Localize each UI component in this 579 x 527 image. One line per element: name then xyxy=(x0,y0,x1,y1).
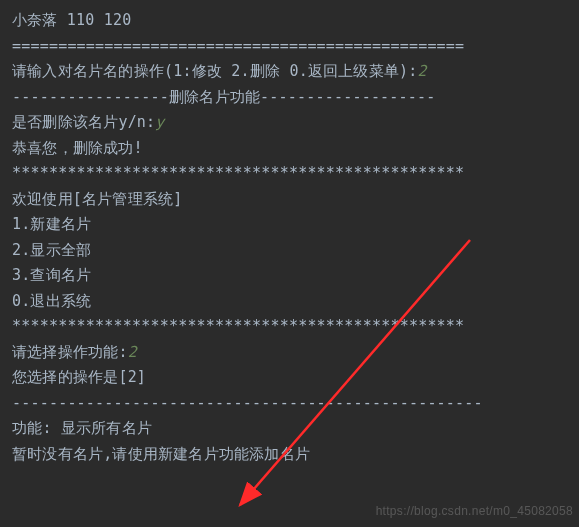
card-num2: 120 xyxy=(104,11,132,29)
menu-item-1: 1.新建名片 xyxy=(12,212,567,238)
delete-success: 恭喜您，删除成功! xyxy=(12,136,567,162)
operation-input[interactable]: 2 xyxy=(418,62,427,80)
menu-item-0: 0.退出系统 xyxy=(12,289,567,315)
confirm-delete-line: 是否删除该名片y/n:y xyxy=(12,110,567,136)
operation-prompt: 请输入对名片名的操作(1:修改 2.删除 0.返回上级菜单): xyxy=(12,62,418,80)
separator-star-2: ****************************************… xyxy=(12,314,567,340)
delete-header: -----------------删除名片功能-----------------… xyxy=(12,85,567,111)
confirm-delete-prompt: 是否删除该名片y/n: xyxy=(12,113,155,131)
separator-star-1: ****************************************… xyxy=(12,161,567,187)
card-info-line: 小奈落 110 120 xyxy=(12,8,567,34)
welcome-text: 欢迎使用[名片管理系统] xyxy=(12,187,567,213)
choose-prompt-line: 请选择操作功能:2 xyxy=(12,340,567,366)
watermark-text: https://blog.csdn.net/m0_45082058 xyxy=(376,501,573,521)
menu-item-3: 3.查询名片 xyxy=(12,263,567,289)
operation-prompt-line: 请输入对名片名的操作(1:修改 2.删除 0.返回上级菜单):2 xyxy=(12,59,567,85)
card-num1: 110 xyxy=(67,11,95,29)
no-card-message: 暂时没有名片,请使用新建名片功能添加名片 xyxy=(12,442,567,468)
your-choice: 您选择的操作是[2] xyxy=(12,365,567,391)
confirm-delete-input[interactable]: y xyxy=(155,113,164,131)
separator-equals: ========================================… xyxy=(12,34,567,60)
card-name: 小奈落 xyxy=(12,11,58,29)
separator-dash: ----------------------------------------… xyxy=(12,391,567,417)
choose-input[interactable]: 2 xyxy=(128,343,137,361)
function-title: 功能: 显示所有名片 xyxy=(12,416,567,442)
menu-item-2: 2.显示全部 xyxy=(12,238,567,264)
choose-prompt: 请选择操作功能: xyxy=(12,343,128,361)
